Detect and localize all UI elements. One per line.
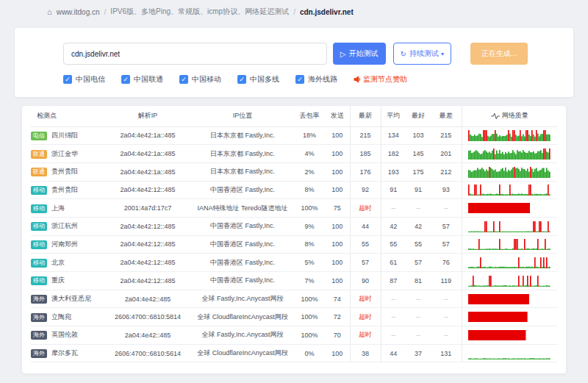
node-location: 摩尔多瓦 (51, 349, 78, 357)
cell-average: -- (381, 290, 406, 308)
cell-latest: 92 (350, 181, 381, 199)
cell-sent: 100 (325, 254, 350, 272)
cell-best: 145 (406, 145, 431, 163)
table-row: 电信四川绵阳2a04:4e42:1a::485日本东京都 Fastly,Inc.… (31, 126, 557, 145)
cell-network-quality (462, 344, 557, 362)
cell-latest: 超时 (350, 308, 381, 326)
header-resolved-ip: 解析IP (104, 106, 191, 126)
target-host-input[interactable] (63, 43, 327, 65)
cell-ip-location: 全球 CloudflareIncAnycast网段 (191, 344, 294, 362)
isp-checkbox-3[interactable]: ✓中国多线 (237, 74, 279, 85)
isp-badge: 联通 (31, 150, 47, 159)
quality-chart (468, 348, 551, 359)
header-network-quality-label: 网络质量 (502, 111, 528, 121)
cell-resolved-ip: 2606:4700::6810:5614 (104, 344, 191, 362)
isp-badge: 移动 (31, 186, 47, 195)
cell-average: -- (381, 308, 406, 326)
quality-chart (468, 275, 551, 287)
isp-badge: 电信 (31, 132, 47, 140)
cell-best: -- (406, 290, 431, 308)
table-row: 海外英国伦敦2a04:4e42::485全球 Fastly,Inc.Anycas… (31, 326, 557, 345)
cell-network-quality (462, 162, 557, 181)
node-location: 澳大利亚悉尼 (51, 295, 91, 302)
cell-ip-location: 中国香港区 Fastly,Inc. (191, 254, 294, 272)
header-average: 平均 (381, 106, 406, 126)
cell-worst: -- (431, 290, 462, 308)
cell-worst: -- (431, 199, 462, 218)
cell-resolved-ip: 2606:4700::6810:5814 (104, 308, 191, 326)
breadcrumb-category-link[interactable]: IPV6版、多地Ping、常规版、icmp协议、网络延迟测试 (110, 7, 289, 17)
cell-loss-rate: 100% (294, 326, 325, 345)
table-header-row: 检测点 解析IP IP位置 丢包率 发送 最新 平均 最好 最差 网络质量 (31, 106, 557, 126)
node-location: 河南郑州 (51, 240, 78, 248)
cell-resolved-ip: 2a04:4e42:12::485 (104, 235, 191, 254)
cell-sent: 100 (325, 217, 350, 235)
cell-best: 37 (406, 344, 431, 362)
breadcrumb-separator: / (293, 8, 295, 16)
cell-node: 海外英国伦敦 (31, 326, 104, 345)
cell-worst: 212 (431, 162, 462, 181)
cell-resolved-ip: 2a04:4e42:1a::485 (104, 145, 191, 163)
continuous-test-label: 持续测试 (409, 49, 439, 59)
cell-resolved-ip: 2a04:4e42:12::485 (104, 254, 191, 272)
table-row: 联通浙江金华2a04:4e42:1a::485日本东京都 Fastly,Inc.… (31, 145, 557, 163)
cell-node: 移动重庆 (31, 272, 104, 290)
node-location: 北京 (51, 259, 65, 266)
cell-worst: 215 (431, 126, 462, 145)
isp-checkbox-2[interactable]: ✓中国移动 (179, 74, 221, 85)
cell-resolved-ip: 2a04:4e42:1a::485 (104, 126, 191, 145)
cell-node: 移动河南郑州 (31, 235, 104, 254)
isp-badge: 移动 (31, 259, 47, 268)
cell-resolved-ip: 2a04:4e42:12::485 (104, 217, 191, 235)
cell-sent: 74 (325, 290, 350, 308)
node-location: 上海 (51, 204, 65, 212)
table-row: 移动上海2001:4a7d:17c7IANA特殊地址 Teredo隧道地址100… (31, 199, 557, 218)
isp-checkbox-label: 海外线路 (308, 74, 337, 85)
cell-worst: 76 (431, 254, 462, 272)
cell-worst: 201 (431, 145, 462, 163)
cell-average: 44 (381, 344, 406, 362)
cell-network-quality (462, 326, 557, 345)
table-row: 海外澳大利亚悉尼2a04:4e42::485全球 Fastly,Inc.Anyc… (31, 290, 557, 308)
cell-loss-rate: 9% (294, 217, 325, 235)
table-row: 移动浙江杭州2a04:4e42:12::485中国香港区 Fastly,Inc.… (31, 217, 557, 235)
isp-badge: 海外 (31, 313, 47, 322)
cell-resolved-ip: 2a04:4e42:1a::485 (104, 162, 191, 181)
isp-badge: 海外 (31, 349, 47, 358)
isp-checkbox-0[interactable]: ✓中国电信 (63, 74, 105, 85)
breadcrumb: ⌂ www.itdog.cn / IPV6版、多地Ping、常规版、icmp协议… (47, 7, 354, 17)
cell-loss-rate: 0% (294, 344, 325, 362)
quality-chart (468, 202, 551, 214)
isp-checkbox-1[interactable]: ✓中国联通 (121, 74, 163, 85)
table-row: 移动重庆2a04:4e42:12::485中国香港区 Fastly,Inc.7%… (31, 272, 557, 290)
cell-ip-location: 日本东京都 Fastly,Inc. (191, 126, 294, 145)
cell-network-quality (462, 126, 557, 145)
cell-worst: 57 (431, 235, 462, 254)
continuous-test-button[interactable]: ↻ 持续测试 ▾ (393, 43, 451, 65)
header-ip-location: IP位置 (191, 106, 294, 126)
sponsor-link[interactable]: 监测节点赞助 (354, 74, 407, 85)
cell-loss-rate: 4% (294, 145, 325, 163)
cell-average: 42 (381, 217, 406, 235)
cell-network-quality (462, 235, 557, 254)
cell-latest: 57 (350, 254, 381, 272)
cell-ip-location: IANA特殊地址 Teredo隧道地址 (191, 199, 294, 218)
isp-checkbox-label: 中国电信 (76, 74, 105, 85)
isp-checkbox-label: 中国联通 (134, 74, 163, 85)
cell-best: 103 (406, 126, 431, 145)
cell-latest: 38 (350, 344, 381, 362)
isp-checkbox-4[interactable]: ✓海外线路 (295, 74, 337, 85)
generating-status-button[interactable]: 正在生成... (470, 43, 528, 65)
cell-average: 61 (381, 254, 406, 272)
cell-resolved-ip: 2a04:4e42::485 (104, 290, 191, 308)
cell-worst: 131 (431, 344, 462, 362)
header-worst: 最差 (431, 106, 462, 126)
start-test-button[interactable]: ▷ 开始测试 (333, 43, 386, 65)
cell-average: 182 (381, 145, 406, 163)
cell-best: -- (406, 308, 431, 326)
breadcrumb-site-link[interactable]: www.itdog.cn (57, 8, 100, 16)
cell-resolved-ip: 2001:4a7d:17c7 (104, 199, 191, 218)
cell-node: 移动贵州贵阳 (31, 181, 104, 199)
cell-worst: 93 (431, 181, 462, 199)
isp-checkbox-label: 中国移动 (192, 74, 221, 85)
